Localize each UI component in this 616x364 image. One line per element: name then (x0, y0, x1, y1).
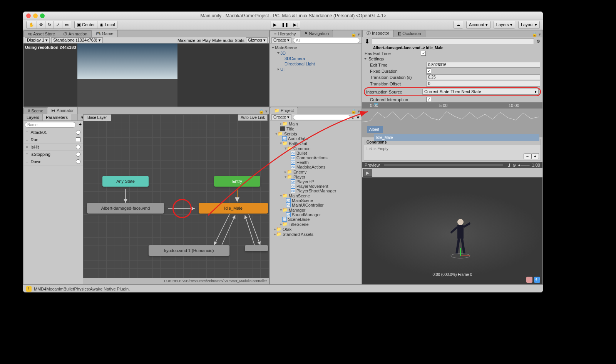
minimize-icon[interactable] (33, 13, 38, 18)
exit-time-field[interactable] (426, 62, 540, 68)
account-dropdown[interactable]: Account ▾ (467, 21, 490, 28)
layers-dropdown[interactable]: Layers ▾ (494, 21, 515, 28)
project-item[interactable]: ▸📁Standard Assets (271, 232, 361, 237)
project-item[interactable]: C#SoundManager (271, 212, 361, 217)
tab-inspector[interactable]: ⓘInspector (362, 30, 393, 37)
project-item[interactable]: ▸📁Main (271, 121, 361, 126)
hierarchy-search[interactable] (293, 38, 360, 43)
animator-graph[interactable]: Base Layer Auto Live Link Any State Entr… (83, 114, 269, 284)
pause-button[interactable]: ❚❚ (279, 21, 291, 28)
fixed-duration-checkbox[interactable] (426, 68, 431, 73)
breadcrumb[interactable]: Base Layer (83, 114, 111, 121)
move-tool-button[interactable]: ✥ (37, 21, 45, 28)
timeline-ruler[interactable]: 0:00 5:00 10:00 ▾▾ (362, 102, 542, 109)
cloud-button[interactable]: ☁ (454, 21, 463, 28)
scale-tool-button[interactable]: ⤢ (54, 21, 62, 28)
tab-animation[interactable]: ⏱Animation (59, 30, 92, 37)
tag-icon[interactable]: 🏷 (534, 277, 540, 283)
has-exit-time-checkbox[interactable] (421, 51, 426, 56)
tab-asset-store[interactable]: 🛍Asset Store (23, 30, 59, 37)
project-item[interactable]: C#CommonActions (271, 155, 361, 160)
tab-navigation[interactable]: ⚑Navigation (300, 30, 333, 37)
gizmos-dropdown[interactable]: Gizmos ▾ (246, 37, 268, 43)
pivot-icon[interactable]: ⊕ (512, 163, 516, 168)
search-filter-icon[interactable]: ⌕ (352, 115, 355, 120)
hierarchy-item[interactable]: Directional Light (271, 61, 361, 67)
favorite-icon[interactable]: ★ (356, 115, 360, 120)
project-item[interactable]: ⬛Title (271, 126, 361, 131)
preview-viewport[interactable]: 0:00 (000.0%) Frame 0 🏷 (362, 177, 542, 284)
lock-icon[interactable]: 🔒 ▾ (531, 32, 542, 37)
state-node-albert[interactable]: Albert-damaged-face.vmd (87, 203, 164, 214)
entry-node[interactable]: Entry (214, 176, 260, 187)
project-item[interactable]: C#SceneBase (271, 217, 361, 222)
gear-icon[interactable]: ⚙ (536, 39, 540, 44)
lock-icon[interactable]: 🔒 ▾ (350, 109, 362, 114)
project-search[interactable] (293, 115, 350, 120)
parameters-tab[interactable]: Parameters (43, 114, 71, 120)
parameter-row[interactable]: =Attack01 (23, 129, 83, 136)
project-create-dropdown[interactable]: Create ▾ (271, 114, 291, 120)
max-on-play-toggle[interactable]: Maximize on Play (177, 38, 211, 43)
layout-dropdown[interactable]: Layout ▾ (519, 21, 539, 28)
create-dropdown[interactable]: Create ▾ (271, 37, 291, 43)
ordered-interruption-checkbox[interactable] (426, 97, 431, 102)
project-item[interactable]: C#PlayerShootManager (271, 189, 361, 193)
hand-tool-button[interactable]: ✋ (27, 21, 37, 28)
project-item[interactable]: ▾📁MainScene (271, 193, 361, 198)
tab-animator[interactable]: ⧓Animator (47, 107, 78, 114)
project-item[interactable]: C#Health (271, 160, 361, 165)
settings-foldout[interactable]: Settings (368, 57, 384, 61)
tab-game[interactable]: 🎮Game (91, 30, 118, 37)
aspect-dropdown[interactable]: Standalone (1024x768) ▾ (51, 37, 102, 43)
transition-graph[interactable]: Albert Idle_Male (362, 109, 542, 137)
state-node-partial[interactable] (245, 245, 268, 251)
transition-name-field[interactable] (372, 38, 534, 44)
parameter-row[interactable]: =isStopping (23, 151, 83, 158)
pivot-local-button[interactable]: ◉ Local (97, 21, 117, 28)
state-node-idle[interactable]: Idle_Male (199, 203, 268, 214)
layers-tab[interactable]: Layers (23, 114, 43, 120)
maximize-icon[interactable] (40, 13, 45, 18)
stats-toggle[interactable]: Stats (235, 38, 244, 43)
rect-tool-button[interactable]: ▭ (62, 21, 71, 28)
play-button[interactable]: ▶ (271, 21, 279, 28)
game-viewport[interactable]: Using resolution 244x183 (23, 43, 269, 107)
tab-scene[interactable]: #Scene (23, 107, 47, 114)
project-item[interactable]: ▾📁Scripts (271, 131, 361, 136)
project-item[interactable]: ▾📁Player (271, 174, 361, 179)
project-item[interactable]: C#PlayerMovement (271, 184, 361, 189)
tab-hierarchy[interactable]: ≡Hierarchy (270, 30, 300, 37)
clip-destination[interactable]: Idle_Male (374, 134, 539, 141)
hierarchy-item[interactable]: UI (271, 67, 361, 72)
step-button[interactable]: ▶| (291, 21, 300, 28)
tab-project[interactable]: 📁Project (270, 107, 298, 114)
parameter-row[interactable]: =Run (23, 136, 83, 144)
preview-play-button[interactable]: ▶ (363, 169, 372, 177)
lock-icon[interactable]: 🔒 ▾ (350, 32, 362, 37)
pivot-center-button[interactable]: ▣ Center (75, 21, 97, 28)
avatar-icon[interactable] (526, 277, 532, 283)
add-parameter-button[interactable]: + (78, 122, 82, 127)
project-item[interactable]: C#MainUIController (271, 203, 361, 207)
project-item[interactable]: C#AudioData (271, 136, 361, 141)
warning-icon[interactable]: ! (26, 286, 32, 292)
interruption-source-dropdown[interactable]: Current State Then Next State♦ (422, 89, 539, 95)
project-item[interactable]: ▸📁Enemy (271, 169, 361, 174)
lock-icon[interactable]: 🔒 ▾ (257, 109, 269, 114)
project-item[interactable]: ▸📁TitleScene (271, 222, 361, 227)
project-item[interactable]: C#MainScene (271, 198, 361, 203)
close-icon[interactable] (26, 13, 31, 18)
tab-occlusion[interactable]: ◧Occlusion (393, 30, 425, 37)
any-state-node[interactable]: Any State (102, 176, 149, 187)
parameter-row[interactable]: =Down (23, 158, 83, 165)
rotate-tool-button[interactable]: ↻ (45, 21, 54, 28)
hierarchy-item[interactable]: 3D (271, 50, 361, 56)
parameter-search[interactable] (25, 122, 76, 128)
scene-root[interactable]: MainScene (271, 45, 361, 50)
mute-toggle[interactable]: Mute audio (212, 38, 233, 43)
auto-live-link-toggle[interactable]: Auto Live Link (238, 114, 268, 121)
transition-offset-field[interactable] (426, 81, 540, 87)
hierarchy-item[interactable]: 3DCamera (271, 56, 361, 61)
remove-condition-button[interactable]: − (524, 153, 531, 159)
